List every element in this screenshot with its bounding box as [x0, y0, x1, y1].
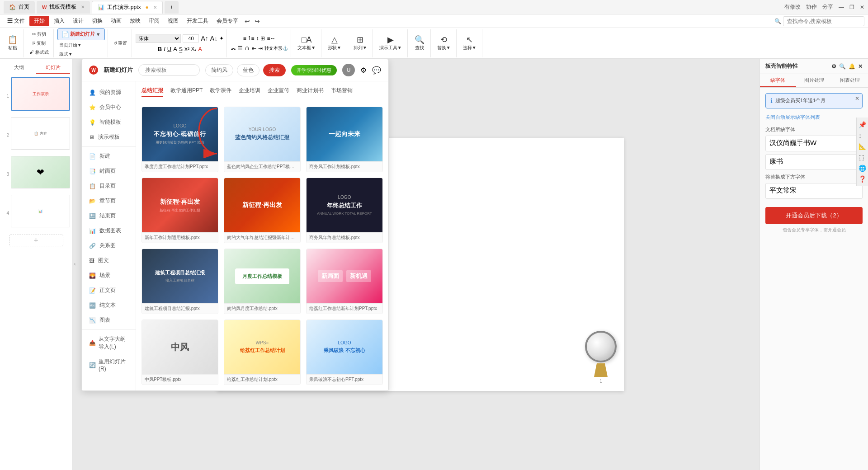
menu-insert[interactable]: 插入 — [50, 15, 68, 27]
bell-icon[interactable]: 💬 — [372, 66, 381, 75]
panel-close-icon[interactable]: ✕ — [858, 63, 863, 70]
arrange-button[interactable]: ⊞ 排列▼ — [351, 34, 370, 52]
menu-start[interactable]: 开始 — [29, 16, 49, 26]
replace-button[interactable]: ⟲ 替换▼ — [434, 34, 453, 52]
font-item-2[interactable]: 康书 — [765, 154, 863, 170]
sidebar-my-resources[interactable]: 👤 我的资源 — [82, 85, 136, 100]
template-item-6[interactable]: LOGO 年终总结工作 ANNUAL WORK TOTAL REPORT 商务风… — [306, 178, 383, 243]
sidebar-body[interactable]: 📝 正文页 — [82, 283, 136, 298]
current-start-button[interactable]: 当页开始▼ — [57, 41, 84, 49]
alert-close-button[interactable]: ✕ — [855, 95, 859, 102]
slide-thumb-2[interactable]: 📋 内容 — [11, 117, 70, 150]
menu-dev[interactable]: 开发工具 — [183, 15, 212, 27]
new-slide-dropdown-arrow[interactable]: ▼ — [96, 32, 101, 37]
slide-thumb-4[interactable]: 📊 — [11, 195, 70, 227]
template-item-5[interactable]: 新征程·再出发 简约大气年终总结汇报暨新年计划PPT模板.pptx — [224, 178, 301, 243]
bold-button[interactable]: B — [158, 46, 162, 52]
template-item-11[interactable]: WPS○ 给荔红工作总结计划 给荔红工作总结计划.pptx — [224, 320, 301, 385]
underline-button[interactable]: U — [167, 46, 171, 52]
indent-decrease-button[interactable]: ⇤ — [252, 45, 256, 52]
cat-summary[interactable]: 总结汇报 — [142, 87, 163, 97]
shadow-button[interactable]: S̲ — [179, 46, 183, 52]
template-item-7[interactable]: 建筑工程项目总结汇报 输入工程项目名称 建筑工程项目总结汇报.pptx — [142, 249, 218, 314]
bullet-list-button[interactable]: ≡ — [243, 35, 246, 42]
copy-button[interactable]: ⎘ 复制 — [31, 39, 47, 47]
mini-icon-2[interactable]: ↕ — [859, 132, 866, 139]
menu-file[interactable]: ☰ 文件 — [4, 15, 28, 27]
select-button[interactable]: ↖ 选择▼ — [460, 34, 479, 52]
collaborate-button[interactable]: 协作 — [806, 3, 817, 11]
template-item-1[interactable]: LOGO 不忘初心·砥砺前行 用更好地策划为您的 PPT 添彩 季度月度工作总结… — [142, 107, 218, 172]
tab-home[interactable]: 🏠 首页 — [4, 1, 35, 14]
upgrade-button[interactable]: 开通会员后下载（2） — [765, 207, 863, 224]
align-right-button[interactable]: ⫙ — [245, 45, 250, 52]
font-item-1[interactable]: 汉仪尚巍手书W — [765, 136, 863, 151]
menu-animation[interactable]: 动画 — [107, 15, 125, 27]
template-item-12[interactable]: LOGO 乘风破浪 不忘初心 乘风破浪不忘初心PPT.pptx — [306, 320, 383, 385]
user-avatar[interactable]: U — [342, 64, 355, 76]
sidebar-graphic[interactable]: 🖼 图文 — [82, 253, 136, 268]
mini-icon-4[interactable]: ⬚ — [859, 154, 866, 161]
align-center-button[interactable]: ☰ — [238, 45, 243, 52]
tab-template[interactable]: W 找板壳模板 ✕ — [37, 1, 90, 14]
strikethrough-button[interactable]: A — [173, 46, 177, 52]
template-item-10[interactable]: 中风 中风PPT模板.pptx — [142, 320, 218, 385]
tab-image-process[interactable]: 图片处理 — [796, 74, 832, 87]
menu-vip[interactable]: 会员专享 — [213, 15, 242, 27]
line-spacing-button[interactable]: ↕ — [256, 35, 259, 42]
layout-button[interactable]: 版式▼ — [57, 50, 75, 58]
subscript-button[interactable]: X₂ — [191, 46, 196, 52]
cat-promo[interactable]: 企业宣传 — [268, 87, 289, 97]
scroll-collapse-left[interactable]: « — [72, 59, 76, 470]
menu-transition[interactable]: 切换 — [88, 15, 106, 27]
sidebar-datacharts[interactable]: 📊 数据图表 — [82, 223, 136, 238]
paste-button[interactable]: 📋 粘贴 — [5, 34, 21, 52]
new-slide-button[interactable]: 📄 新建幻灯片 ▼ — [57, 28, 105, 40]
tab-chart-process[interactable]: 图表处理 — [832, 74, 868, 87]
tab-file[interactable]: 📊 工作演示.pptx ● ✕ — [92, 1, 162, 14]
convert-shape-button[interactable]: 转文本形⚓ — [264, 45, 288, 52]
add-tab-button[interactable]: + — [165, 1, 179, 14]
cat-teaching[interactable]: 教学通用PPT — [170, 87, 203, 97]
cat-courseware[interactable]: 教学课件 — [210, 87, 231, 97]
mini-icon-3[interactable]: 📐 — [859, 143, 866, 150]
sidebar-smart[interactable]: 💡 智能模板 — [82, 115, 136, 130]
modify-status[interactable]: 有修改 — [784, 3, 801, 11]
reuse-slide-button[interactable]: 🔄 重用幻灯片(R) — [82, 354, 136, 376]
find-button[interactable]: 🔍 查找 — [411, 34, 428, 52]
template-item-8[interactable]: 月度工作总结模板 简约风月度工作总结.pptx — [224, 249, 301, 314]
cat-bizplan[interactable]: 商业计划书 — [297, 87, 324, 97]
window-minimize[interactable]: — — [839, 4, 844, 10]
menu-design[interactable]: 设计 — [69, 15, 87, 27]
tag-blue[interactable]: 蓝色 — [237, 64, 259, 76]
reset-button[interactable]: ↺ 重置 — [112, 39, 129, 47]
sidebar-scene[interactable]: 🌄 场景 — [82, 268, 136, 283]
sidebar-chapter[interactable]: 📂 章节页 — [82, 193, 136, 208]
cat-training[interactable]: 企业培训 — [239, 87, 260, 97]
tab-file-close[interactable]: ✕ — [153, 5, 157, 10]
mini-icon-1[interactable]: 📌 — [859, 121, 866, 128]
sidebar-relation[interactable]: 🔗 关系图 — [82, 238, 136, 253]
sidebar-new[interactable]: 📄 新建 — [82, 149, 136, 164]
sidebar-vip[interactable]: ⭐ 会员中心 — [82, 100, 136, 115]
sidebar-tablechart[interactable]: 📉 图表 — [82, 313, 136, 328]
tag-search[interactable]: 搜索 — [263, 64, 286, 76]
shape-button[interactable]: △ 形状▼ — [325, 34, 344, 52]
window-close[interactable]: ✕ — [860, 4, 864, 10]
undo-button[interactable]: ↩ — [243, 17, 252, 26]
slides-tab[interactable]: 幻灯片 — [36, 62, 71, 74]
from-text-outline-button[interactable]: 📥 从文字大纲导入(L) — [82, 332, 136, 354]
sidebar-cover[interactable]: 📑 封面页 — [82, 164, 136, 179]
tab-missing-font[interactable]: 缺字体 — [760, 74, 796, 87]
panel-search-icon[interactable]: 🔍 — [839, 63, 846, 70]
sidebar-toc[interactable]: 📋 目录页 — [82, 179, 136, 193]
menu-slideshow[interactable]: 放映 — [126, 15, 144, 27]
font-decrease-icon[interactable]: A↓ — [210, 35, 217, 42]
replace-font-item[interactable]: 平文常宋 — [765, 183, 863, 199]
align-left-button[interactable]: ⫘ — [231, 45, 236, 52]
superscript-button[interactable]: X² — [184, 47, 189, 52]
indent-increase-button[interactable]: ⇥ — [258, 45, 263, 52]
settings-icon[interactable]: ⚙ — [360, 66, 367, 75]
template-item-4[interactable]: 新征程·再出发 新征程 再出发的工作汇报 新年工作计划通用模板.pptx — [142, 178, 218, 243]
redo-button[interactable]: ↪ — [253, 17, 262, 26]
